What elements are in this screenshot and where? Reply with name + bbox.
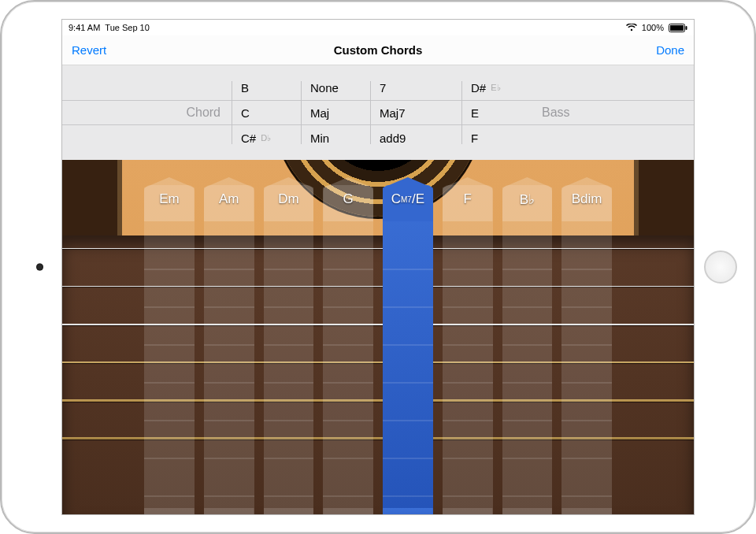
- chord-strip-head[interactable]: Em: [144, 177, 195, 221]
- wifi-icon: [626, 24, 637, 32]
- chord-strip-tail[interactable]: [204, 508, 254, 514]
- picker-row[interactable]: F: [461, 125, 531, 150]
- chord-strip-1[interactable]: Am: [201, 160, 258, 514]
- svg-rect-1: [670, 25, 684, 31]
- picker-col-bass[interactable]: D#E♭EF: [461, 65, 531, 160]
- picker-label-bass: Bass: [531, 106, 581, 120]
- chord-strip-4[interactable]: CM7/E: [380, 160, 436, 514]
- revert-button[interactable]: Revert: [72, 43, 106, 57]
- statusbar-date: Tue Sep 10: [105, 23, 149, 32]
- screen: 9:41 AM Tue Sep 10 100% Revert Custom Ch…: [61, 19, 695, 515]
- picker-row[interactable]: Maj: [301, 100, 370, 125]
- chord-strip-7[interactable]: Bdim: [558, 160, 615, 514]
- picker-row[interactable]: None: [301, 75, 370, 100]
- ipad-frame: 9:41 AM Tue Sep 10 100% Revert Custom Ch…: [0, 0, 756, 534]
- picker-row[interactable]: 7: [370, 75, 439, 100]
- picker-col-root[interactable]: BCC#D♭: [232, 65, 301, 160]
- chord-strip-head[interactable]: Dm: [264, 177, 314, 221]
- battery-icon: [669, 24, 687, 32]
- guitar-area: EmAmDmGCM7/EFB♭Bdim: [62, 160, 694, 514]
- chord-strip-tail[interactable]: [383, 508, 433, 514]
- chord-strips: EmAmDmGCM7/EFB♭Bdim: [141, 160, 615, 514]
- picker-row[interactable]: D#E♭: [461, 75, 531, 100]
- done-button[interactable]: Done: [656, 43, 684, 57]
- picker-col-ext[interactable]: 7Maj7add9: [370, 65, 439, 160]
- chord-strip-body[interactable]: [323, 185, 373, 514]
- chord-strip-head[interactable]: Bdim: [561, 177, 612, 221]
- chord-strip-body[interactable]: [144, 185, 195, 514]
- chord-strip-tail[interactable]: [144, 508, 195, 514]
- statusbar-time: 9:41 AM: [69, 23, 100, 32]
- picker-label-chord: Chord: [175, 106, 232, 120]
- chord-strip-tail[interactable]: [323, 508, 373, 514]
- chord-strip-body[interactable]: [383, 185, 433, 514]
- chord-strip-body[interactable]: [264, 185, 314, 514]
- camera-dot: [36, 264, 43, 271]
- chord-strip-tail[interactable]: [561, 508, 612, 514]
- chord-strip-body[interactable]: [502, 185, 553, 514]
- chord-strip-body[interactable]: [443, 185, 493, 514]
- chord-strip-tail[interactable]: [502, 508, 553, 514]
- picker-row[interactable]: C: [232, 100, 301, 125]
- chord-strip-3[interactable]: G: [320, 160, 376, 514]
- chord-strip-body[interactable]: [561, 185, 612, 514]
- picker-row[interactable]: add9: [370, 125, 439, 150]
- chord-strip-0[interactable]: Em: [141, 160, 198, 514]
- chord-strip-6[interactable]: B♭: [499, 160, 556, 514]
- chord-strip-head[interactable]: CM7/E: [383, 177, 433, 221]
- picker-row[interactable]: Min: [301, 125, 370, 150]
- picker-row[interactable]: C#D♭: [232, 125, 301, 150]
- statusbar-battery-pct: 100%: [642, 23, 664, 32]
- chord-strip-head[interactable]: Am: [204, 177, 254, 221]
- chord-strip-body[interactable]: [204, 185, 254, 514]
- chord-strip-head[interactable]: G: [323, 177, 373, 221]
- home-button[interactable]: [704, 250, 737, 284]
- status-bar: 9:41 AM Tue Sep 10 100%: [62, 20, 694, 35]
- picker-row[interactable]: E: [461, 100, 531, 125]
- chord-strip-head[interactable]: B♭: [502, 177, 553, 221]
- chord-strip-2[interactable]: Dm: [261, 160, 317, 514]
- chord-strip-5[interactable]: F: [439, 160, 496, 514]
- chord-strip-tail[interactable]: [443, 508, 493, 514]
- chord-picker: Chord BCC#D♭NoneMajMin7Maj7add9D#E♭EF Ba…: [62, 65, 694, 160]
- svg-rect-2: [686, 26, 687, 30]
- picker-col-quality[interactable]: NoneMajMin: [301, 65, 370, 160]
- chord-strip-tail[interactable]: [264, 508, 314, 514]
- picker-row[interactable]: B: [232, 75, 301, 100]
- picker-row[interactable]: Maj7: [370, 100, 439, 125]
- page-title: Custom Chords: [334, 43, 423, 57]
- chord-strip-head[interactable]: F: [443, 177, 493, 221]
- nav-bar: Revert Custom Chords Done: [62, 35, 694, 65]
